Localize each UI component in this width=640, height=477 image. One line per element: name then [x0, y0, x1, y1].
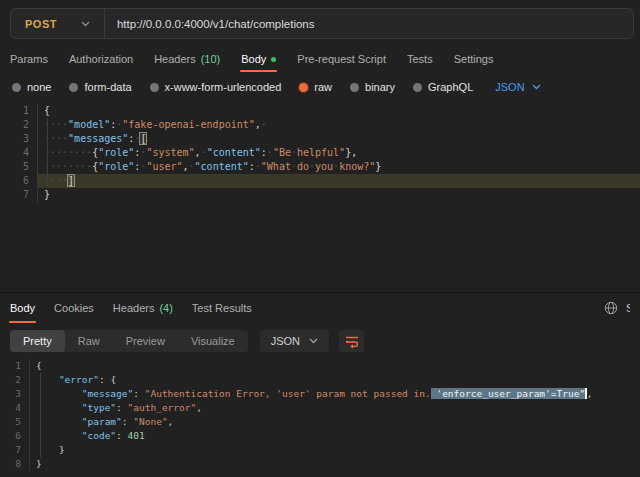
code-token-num: 401 [128, 430, 145, 441]
code-token-str: "fake-openai-endpoint" [122, 119, 254, 130]
code-token-sel: 'enforce_user_param'=True" [431, 388, 585, 399]
tab-tests[interactable]: Tests [407, 46, 433, 72]
radio-icon [69, 83, 78, 92]
code-line[interactable]: 2 "error": { [0, 373, 640, 387]
response-tab-cookies[interactable]: Cookies [54, 293, 94, 323]
tab-label: Params [10, 53, 48, 65]
code-token-key: "model" [68, 119, 110, 130]
view-label: Preview [126, 335, 165, 347]
view-raw[interactable]: Raw [65, 330, 113, 352]
mode-graphql[interactable]: GraphQL [413, 81, 473, 93]
view-switcher: Pretty Raw Preview Visualize [10, 330, 248, 352]
code-token-p: } [36, 458, 42, 469]
code-token-p: { [110, 374, 116, 385]
globe-icon[interactable] [604, 301, 618, 315]
mode-binary[interactable]: binary [350, 81, 395, 93]
tab-label: Cookies [54, 302, 94, 314]
code-line[interactable]: 5 "param": "None", [0, 415, 640, 429]
code-line[interactable]: 4········{"role":·"system",·"content":·"… [0, 146, 640, 160]
code-text: } [38, 188, 640, 202]
code-token-str: "None" [133, 416, 167, 427]
line-number: 7 [0, 443, 30, 457]
mode-label: GraphQL [428, 81, 473, 93]
line-number: 3 [0, 387, 30, 401]
tab-pre-request-script[interactable]: Pre-request Script [297, 46, 386, 72]
response-tab-test-results[interactable]: Test Results [192, 293, 252, 323]
code-text: "param": "None", [30, 415, 640, 429]
wrap-text-icon [345, 335, 359, 348]
line-number: 2 [0, 118, 38, 132]
code-text: ····"model":·"fake-openai-endpoint",· [38, 118, 640, 132]
code-token-str: helpful" [297, 147, 345, 158]
code-line[interactable]: 1{ [0, 359, 640, 373]
code-text: "code": 401 [30, 429, 640, 443]
chevron-down-icon [309, 338, 318, 344]
line-number: 3 [0, 132, 38, 146]
line-number: 5 [0, 415, 30, 429]
code-token-ws: · [261, 119, 267, 130]
code-line[interactable]: 3 "message": "Authentication Error, 'use… [0, 387, 640, 401]
response-tab-body[interactable]: Body [10, 293, 35, 323]
view-label: Pretty [23, 335, 52, 347]
tab-label: Body [10, 302, 35, 314]
indent-guide [40, 373, 41, 457]
headers-count-badge: (10) [201, 53, 221, 65]
code-token-str: "system" [146, 147, 194, 158]
response-tabs: Body Cookies Headers(4) Test Results S [0, 293, 640, 323]
wrap-text-button[interactable] [339, 330, 364, 352]
tab-label: Test Results [192, 302, 252, 314]
code-token-key: "role" [98, 147, 134, 158]
code-line[interactable]: 5········{"role":·"user",·"content":·"Wh… [0, 160, 640, 174]
code-line[interactable]: 7 } [0, 443, 640, 457]
code-text: } [30, 443, 640, 457]
response-view-toolbar: Pretty Raw Preview Visualize JSON [10, 330, 640, 352]
code-line[interactable]: 7} [0, 188, 640, 202]
code-text: { [38, 104, 640, 118]
tab-label: Settings [454, 53, 494, 65]
code-line[interactable]: 3····"messages":·[ [0, 132, 640, 146]
code-token-brk: [ [140, 133, 146, 144]
code-token-key: "message" [82, 388, 133, 399]
raw-language-dropdown[interactable]: JSON [495, 81, 540, 93]
code-token-str: know?" [339, 161, 375, 172]
code-line[interactable]: 6 "code": 401 [0, 429, 640, 443]
mode-x-www-form-urlencoded[interactable]: x-www-form-urlencoded [150, 81, 282, 93]
chevron-down-icon [81, 21, 90, 27]
mode-raw[interactable]: raw [299, 81, 332, 93]
request-body-editor[interactable]: 1{2····"model":·"fake-openai-endpoint",·… [0, 104, 640, 202]
code-token-p: , [168, 416, 174, 427]
view-pretty[interactable]: Pretty [10, 330, 65, 352]
tab-params[interactable]: Params [10, 46, 48, 72]
response-body-editor[interactable]: 1{2 "error": {3 "message": "Authenticati… [0, 359, 640, 471]
tab-authorization[interactable]: Authorization [69, 46, 133, 72]
mode-label: none [27, 81, 51, 93]
code-line[interactable]: 6····] [0, 174, 640, 188]
code-line[interactable]: 8} [0, 457, 640, 471]
code-token-key: "param" [82, 416, 122, 427]
code-token-ws: ········ [44, 161, 92, 172]
code-token-sp [36, 388, 82, 399]
code-line[interactable]: 4 "type": "auth_error", [0, 401, 640, 415]
mode-form-data[interactable]: form-data [69, 81, 131, 93]
mode-none[interactable]: none [12, 81, 51, 93]
code-token-sp [36, 402, 82, 413]
chevron-down-icon [532, 84, 541, 90]
tab-settings[interactable]: Settings [454, 46, 494, 72]
code-line[interactable]: 2····"model":·"fake-openai-endpoint",· [0, 118, 640, 132]
response-language-dropdown[interactable]: JSON [260, 330, 329, 352]
mode-label: binary [365, 81, 395, 93]
line-number: 4 [0, 146, 38, 160]
line-number: 7 [0, 188, 38, 202]
tab-body[interactable]: Body [241, 46, 276, 72]
url-input[interactable]: http://0.0.0.0:4000/v1/chat/completions [117, 18, 633, 30]
code-text: "type": "auth_error", [30, 401, 640, 415]
code-token-str: "auth_error" [128, 402, 197, 413]
tab-label: Headers [113, 302, 155, 314]
tab-headers[interactable]: Headers(10) [154, 46, 220, 72]
response-tab-headers[interactable]: Headers(4) [113, 293, 173, 323]
code-line[interactable]: 1{ [0, 104, 640, 118]
view-visualize[interactable]: Visualize [178, 330, 248, 352]
method-dropdown[interactable]: POST [11, 18, 104, 30]
code-token-str: "Be [273, 147, 291, 158]
view-preview[interactable]: Preview [113, 330, 178, 352]
